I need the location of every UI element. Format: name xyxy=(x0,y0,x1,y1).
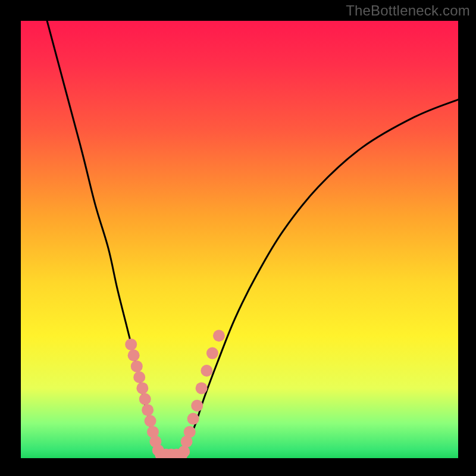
data-dot xyxy=(184,426,196,438)
data-dot xyxy=(201,365,212,377)
data-dot xyxy=(196,382,208,394)
watermark-text: TheBottleneck.com xyxy=(346,2,470,19)
plot-area xyxy=(21,21,458,458)
data-dot xyxy=(136,382,148,394)
data-dot xyxy=(187,413,199,425)
curves-svg xyxy=(21,21,458,458)
chart-frame: TheBottleneck.com xyxy=(0,0,476,476)
data-dots xyxy=(125,330,225,458)
data-dot xyxy=(133,371,145,383)
data-dot xyxy=(125,339,137,350)
right-curve xyxy=(183,99,458,458)
data-dot xyxy=(145,415,156,427)
data-dot xyxy=(142,404,154,416)
data-dot xyxy=(191,400,203,412)
data-dot xyxy=(131,361,143,372)
data-dot xyxy=(139,393,151,405)
data-dot xyxy=(128,349,140,361)
data-dot xyxy=(213,330,225,342)
data-dot xyxy=(206,347,218,359)
